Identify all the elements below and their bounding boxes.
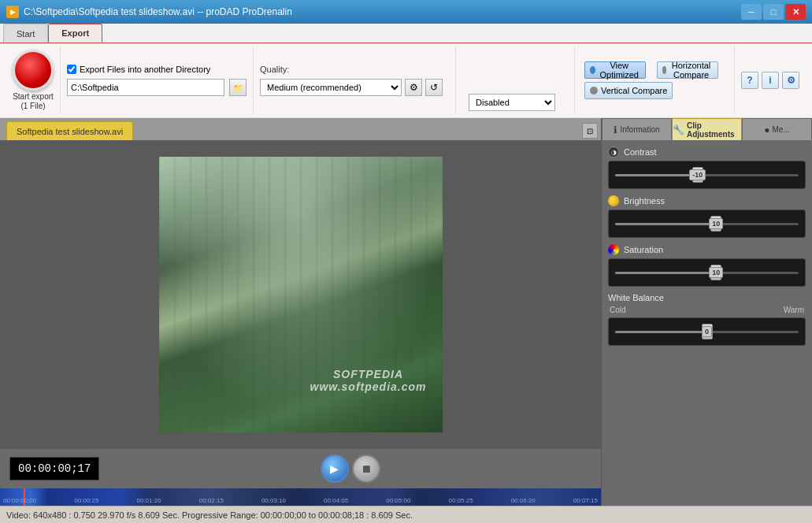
timeline-label-5: 00:04:05 (324, 497, 348, 504)
help-button[interactable]: ? (741, 72, 758, 89)
info-button[interactable]: i (762, 72, 779, 89)
saturation-thumb[interactable]: 10 (710, 265, 721, 280)
browse-button[interactable]: 📁 (229, 79, 247, 96)
saturation-value: 10 (709, 267, 723, 278)
tab-media[interactable]: ● Me... (742, 118, 812, 140)
maximize-button[interactable]: □ (763, 4, 784, 20)
denoise-section: Disabled Light Medium Strong (455, 46, 568, 114)
directory-input[interactable] (67, 79, 224, 96)
settings-button[interactable]: ⚙ (782, 72, 799, 89)
start-export-button[interactable] (13, 50, 54, 91)
play-button[interactable]: ▶ (321, 454, 349, 483)
brightness-adjustment: Brightness 10 (608, 195, 806, 238)
saturation-fill (615, 272, 716, 274)
settings-icon-btn[interactable]: ⚙ (405, 79, 422, 96)
timeline-label-8: 00:06:20 (511, 497, 536, 504)
start-label: Start export(1 File) (13, 92, 54, 111)
title-bar: ▶ C:\Softpedia\Softpedia test slideshow.… (0, 0, 812, 24)
timeline-track[interactable]: 00:00:00;00 00:00:25 00:01:20 00:02:15 0… (0, 488, 601, 506)
saturation-adjustment: Saturation 10 (608, 244, 806, 287)
start-section: Start export(1 File) (6, 46, 61, 114)
brightness-value: 10 (709, 218, 723, 229)
tab-export[interactable]: Export (48, 24, 102, 43)
window-title: C:\Softpedia\Softpedia test slideshow.av… (24, 6, 292, 17)
brightness-slider-track[interactable]: 10 (615, 223, 799, 225)
contrast-thumb[interactable]: -10 (692, 167, 703, 183)
timeline-label-7: 00:05:25 (448, 497, 473, 504)
contrast-adjustment: ◑ Contrast -10 (608, 147, 806, 189)
quality-label: Quality: (260, 65, 443, 74)
directory-row: 📁 (67, 79, 247, 96)
media-icon: ● (764, 124, 769, 135)
saturation-label: Saturation (624, 245, 663, 254)
directory-checkbox[interactable] (67, 65, 76, 74)
information-label: Information (620, 125, 659, 134)
panel-tabs: ℹ Information 🔧 Clip Adjustments ● Me... (602, 118, 812, 140)
white-balance-label: White Balance (608, 293, 664, 302)
ribbon-tabs: Start Export (0, 24, 812, 43)
quality-select[interactable]: Medium (recommended) Low High Maximum (260, 79, 402, 96)
tab-start[interactable]: Start (3, 24, 48, 43)
refresh-icon-btn[interactable]: ↺ (425, 79, 443, 96)
contrast-fill (615, 174, 698, 176)
timecode-display: 00:00:00;17 (9, 457, 99, 480)
wb-slider-track[interactable]: 0 (615, 331, 799, 333)
main-area: Softpedia test slideshow.avi ⊡ 00:00:00;… (0, 118, 812, 506)
window-controls: ─ □ ✕ (741, 4, 806, 20)
transport-bar: 00:00:00;17 ▶ ⏹ (0, 449, 601, 488)
brightness-thumb[interactable]: 10 (710, 216, 721, 232)
timeline-label-2: 00:01:20 (137, 497, 161, 504)
white-balance-header: White Balance (608, 293, 806, 302)
denoise-select[interactable]: Disabled Light Medium Strong (469, 94, 555, 111)
video-tabs: Softpedia test slideshow.avi ⊡ (0, 118, 601, 140)
contrast-label: Contrast (624, 147, 657, 157)
vertical-compare-dot (590, 87, 598, 95)
saturation-slider-track[interactable]: 10 (615, 272, 799, 274)
horizontal-compare-button[interactable]: Horizontal Compare (657, 61, 718, 79)
saturation-icon (608, 244, 619, 255)
quality-section: Quality: Medium (recommended) Low High M… (253, 46, 449, 114)
export-options-section: Export Files into another Directory 📁 (67, 46, 247, 114)
vertical-compare-button[interactable]: Vertical Compare (584, 82, 673, 99)
timeline[interactable]: 00:00:00;00 00:00:25 00:01:20 00:02:15 0… (0, 488, 601, 506)
wb-thumb[interactable]: 0 (702, 324, 713, 339)
view-optimized-label: View Optimized (599, 61, 640, 80)
tab-clip-adjustments[interactable]: 🔧 Clip Adjustments (672, 118, 742, 140)
timeline-label-9: 00:07:15 (573, 497, 598, 504)
brightness-label: Brightness (624, 196, 665, 206)
view-mode-section: View Optimized Horizontal Compare Vertic… (574, 46, 728, 114)
contrast-slider-track[interactable]: -10 (615, 174, 799, 176)
timeline-label-1: 00:00:25 (74, 497, 98, 504)
contrast-icon: ◑ (608, 147, 619, 158)
app-icon: ▶ (6, 6, 19, 18)
video-canvas (0, 140, 601, 449)
saturation-header: Saturation (608, 244, 806, 255)
close-button[interactable]: ✕ (785, 4, 806, 20)
view-optimized-row: View Optimized Horizontal Compare (584, 61, 718, 79)
wb-fill (615, 331, 707, 333)
view-optimized-button[interactable]: View Optimized (584, 61, 646, 79)
minimize-button[interactable]: ─ (741, 4, 762, 20)
timeline-label-3: 00:02:15 (199, 497, 224, 504)
cold-label: Cold (610, 306, 626, 314)
contrast-slider-container: -10 (608, 161, 806, 189)
expand-button[interactable]: ⊡ (582, 123, 598, 139)
quality-row: Medium (recommended) Low High Maximum ⚙ … (260, 79, 443, 96)
video-tab[interactable]: Softpedia test slideshow.avi (6, 121, 133, 140)
horizontal-compare-dot (662, 66, 667, 74)
vertical-compare-label: Vertical Compare (601, 86, 667, 95)
timeline-label-6: 00:05:00 (386, 497, 410, 504)
video-panel: Softpedia test slideshow.avi ⊡ 00:00:00;… (0, 118, 601, 506)
adjustments-panel: ◑ Contrast -10 Brightness (602, 140, 812, 506)
status-bar: Video: 640x480 : 0.750 29.970 f/s 8.609 … (0, 506, 812, 523)
directory-checkbox-label[interactable]: Export Files into another Directory (67, 65, 210, 74)
white-balance-adjustment: White Balance Cold Warm 0 (608, 293, 806, 346)
tab-information[interactable]: ℹ Information (602, 118, 672, 140)
clip-adjustments-label: Clip Adjustments (687, 121, 741, 139)
brightness-header: Brightness (608, 195, 806, 206)
brightness-icon (608, 195, 619, 206)
saturation-slider-container: 10 (608, 258, 806, 287)
timeline-label-4: 00:03:10 (261, 497, 286, 504)
stop-button[interactable]: ⏹ (352, 454, 380, 483)
media-label: Me... (773, 125, 790, 134)
